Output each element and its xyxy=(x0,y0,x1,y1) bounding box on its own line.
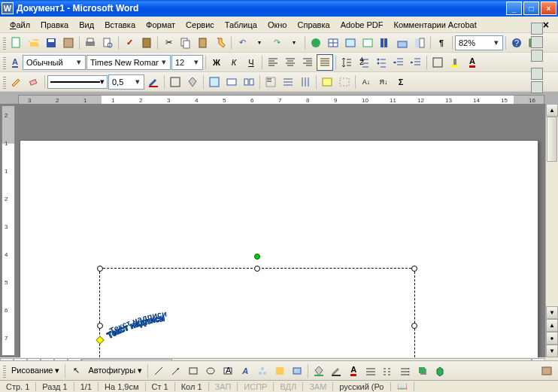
menu-view[interactable]: Вид xyxy=(74,19,99,31)
line-style-combo[interactable]: ▾ xyxy=(47,75,108,89)
acrobat-button-1[interactable] xyxy=(531,68,543,80)
help-button[interactable]: ? xyxy=(508,35,525,51)
columns-button[interactable] xyxy=(377,35,393,51)
line-weight-combo[interactable]: 0,5 ▾ xyxy=(108,74,144,90)
undo-button[interactable]: ↶ xyxy=(234,35,250,51)
paste-button[interactable] xyxy=(195,35,211,51)
menu-edit[interactable]: Правка xyxy=(35,19,74,31)
clipart-button[interactable] xyxy=(271,363,288,379)
menu-insert[interactable]: Вставка xyxy=(99,19,141,31)
maximize-button[interactable]: □ xyxy=(523,2,539,15)
outside-border-button[interactable] xyxy=(167,74,183,90)
rotate-handle[interactable] xyxy=(254,254,260,260)
wordart-button[interactable]: A xyxy=(237,363,253,379)
status-trk[interactable]: ИСПР xyxy=(238,382,274,391)
select-objects-button[interactable]: ↖ xyxy=(68,363,84,379)
show-marks-button[interactable]: ¶ xyxy=(433,35,450,51)
italic-button[interactable]: К xyxy=(226,54,242,71)
rectangle-button[interactable] xyxy=(185,363,202,379)
next-page-button[interactable]: ▼ xyxy=(546,345,558,357)
distribute-rows-button[interactable] xyxy=(280,74,296,90)
toolbar-grip[interactable] xyxy=(3,36,6,50)
status-ext[interactable]: ВДЛ xyxy=(274,382,303,391)
scroll-thumb[interactable] xyxy=(547,117,557,162)
align-right-button[interactable] xyxy=(299,54,316,71)
redo-dropdown[interactable]: ▼ xyxy=(286,35,302,51)
docmap-button[interactable] xyxy=(411,35,428,51)
menu-adobe[interactable]: Adobe PDF xyxy=(335,19,389,31)
align-tl-button[interactable] xyxy=(262,74,279,90)
status-lang[interactable]: русский (Ро xyxy=(333,382,390,391)
menu-tools[interactable]: Сервис xyxy=(180,19,220,31)
gridlines-button[interactable] xyxy=(336,74,353,90)
textbox-button[interactable]: A xyxy=(220,363,236,379)
toolbar-grip[interactable] xyxy=(3,75,6,89)
styles-pane-button[interactable]: A xyxy=(8,54,22,71)
tables-button[interactable] xyxy=(325,35,341,51)
autoformat-button[interactable] xyxy=(319,74,335,90)
print-button[interactable] xyxy=(82,35,99,51)
menu-acrobat[interactable]: Комментарии Acrobat xyxy=(389,19,482,31)
insert-table-button[interactable] xyxy=(342,35,359,51)
spellcheck-button[interactable]: ✓ xyxy=(121,35,138,51)
numbering-button[interactable]: 12 xyxy=(356,54,372,71)
menu-file[interactable]: Файл xyxy=(5,19,35,31)
resize-handle[interactable] xyxy=(97,266,103,272)
dec-indent-button[interactable] xyxy=(390,54,407,71)
browse-object-button[interactable]: ● xyxy=(546,332,558,345)
open-button[interactable] xyxy=(26,35,42,51)
align-center-button[interactable] xyxy=(282,54,299,71)
split-cells-button[interactable] xyxy=(241,74,257,90)
pdf-button-1[interactable] xyxy=(531,23,543,35)
3d-button[interactable] xyxy=(432,363,448,379)
status-rec[interactable]: ЗАП xyxy=(209,382,238,391)
menu-table[interactable]: Таблица xyxy=(220,19,262,31)
font-size-combo[interactable]: 12 ▾ xyxy=(171,55,203,70)
bullets-button[interactable] xyxy=(373,54,390,71)
picture-button[interactable] xyxy=(289,363,305,379)
format-painter-button[interactable] xyxy=(212,35,229,51)
arrow-button[interactable] xyxy=(168,363,184,379)
bold-button[interactable]: Ж xyxy=(208,54,225,71)
vertical-ruler[interactable]: 211234567 xyxy=(2,105,15,356)
arrow-style-button[interactable] xyxy=(397,363,414,379)
font-color-button[interactable]: A xyxy=(464,54,481,71)
border-color-button[interactable] xyxy=(145,74,162,90)
status-ovr[interactable]: ЗАМ xyxy=(303,382,333,391)
research-button[interactable] xyxy=(138,35,155,51)
font-color2-button[interactable]: A xyxy=(345,363,362,379)
vertical-scrollbar[interactable]: ▲ ▼ ▲ ● ▼ xyxy=(545,104,558,357)
minimize-button[interactable]: _ xyxy=(506,2,522,15)
resize-handle[interactable] xyxy=(411,323,417,329)
save-button[interactable] xyxy=(43,35,59,51)
resize-handle[interactable] xyxy=(411,266,417,272)
permissions-button[interactable] xyxy=(60,35,77,51)
shading-button[interactable] xyxy=(184,74,201,90)
line-style2-button[interactable] xyxy=(362,363,379,379)
zoom-combo[interactable]: 82% ▾ xyxy=(455,35,503,50)
scroll-down-button[interactable]: ▼ xyxy=(546,306,558,319)
autoshapes-menu[interactable]: Автофигуры ▾ xyxy=(85,364,145,377)
drawing-button[interactable] xyxy=(394,35,411,51)
cut-button[interactable]: ✂ xyxy=(160,35,177,51)
insert-table2-button[interactable] xyxy=(206,74,223,90)
excel-button[interactable] xyxy=(359,35,376,51)
status-book-icon[interactable]: 📖 xyxy=(391,381,414,391)
line-color-button[interactable] xyxy=(328,363,344,379)
hyperlink-button[interactable] xyxy=(308,35,324,51)
toolbar-grip[interactable] xyxy=(3,364,6,378)
menu-help[interactable]: Справка xyxy=(292,19,335,31)
resize-handle[interactable] xyxy=(97,323,103,329)
line-spacing-button[interactable] xyxy=(338,54,355,71)
font-combo[interactable]: Times New Roman ▾ xyxy=(86,55,171,70)
menu-window[interactable]: Окно xyxy=(262,19,293,31)
pdf-button-2[interactable] xyxy=(531,36,543,48)
toolbar-grip[interactable] xyxy=(3,56,6,69)
sort-asc-button[interactable]: A↓ xyxy=(358,74,375,90)
copy-button[interactable] xyxy=(177,35,194,51)
redo-button[interactable]: ↷ xyxy=(268,35,285,51)
eraser-button[interactable] xyxy=(26,74,42,90)
pdf-button-3[interactable] xyxy=(531,50,543,62)
scroll-up-button[interactable]: ▲ xyxy=(546,104,558,117)
acrobat-button-2[interactable] xyxy=(531,81,543,93)
